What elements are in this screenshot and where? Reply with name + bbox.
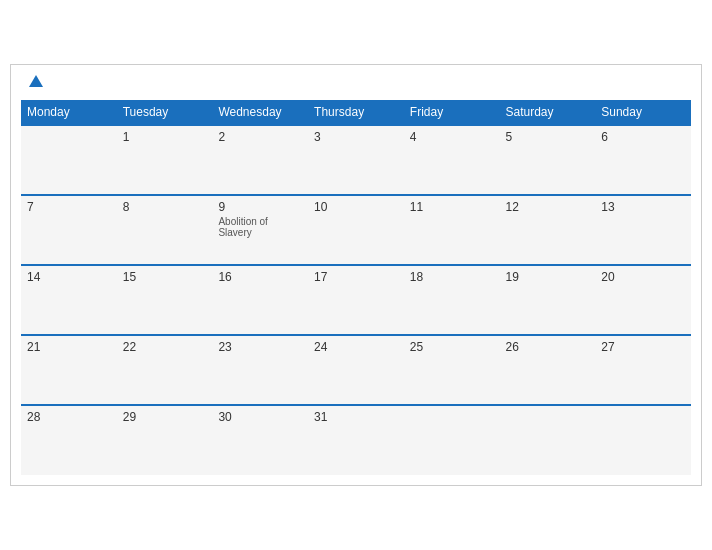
day-number: 21 <box>27 340 111 354</box>
day-number: 16 <box>218 270 302 284</box>
calendar-cell: 26 <box>500 335 596 405</box>
day-number: 25 <box>410 340 494 354</box>
calendar-cell: 17 <box>308 265 404 335</box>
calendar-cell: 16 <box>212 265 308 335</box>
calendar-cell <box>500 405 596 475</box>
day-header-friday: Friday <box>404 100 500 125</box>
event-label: Abolition of Slavery <box>218 216 302 238</box>
day-number: 4 <box>410 130 494 144</box>
calendar-cell: 23 <box>212 335 308 405</box>
calendar-cell: 4 <box>404 125 500 195</box>
days-header-row: MondayTuesdayWednesdayThursdayFridaySatu… <box>21 100 691 125</box>
calendar-header <box>21 75 691 88</box>
week-row-5: 28293031 <box>21 405 691 475</box>
day-number: 13 <box>601 200 685 214</box>
calendar-cell: 8 <box>117 195 213 265</box>
calendar-cell: 7 <box>21 195 117 265</box>
day-header-wednesday: Wednesday <box>212 100 308 125</box>
week-row-1: 123456 <box>21 125 691 195</box>
day-number: 19 <box>506 270 590 284</box>
day-number: 7 <box>27 200 111 214</box>
calendar-cell: 13 <box>595 195 691 265</box>
calendar-cell: 27 <box>595 335 691 405</box>
calendar-cell: 12 <box>500 195 596 265</box>
calendar-cell: 15 <box>117 265 213 335</box>
week-row-4: 21222324252627 <box>21 335 691 405</box>
day-number: 27 <box>601 340 685 354</box>
calendar-cell: 20 <box>595 265 691 335</box>
calendar-cell: 24 <box>308 335 404 405</box>
day-number: 26 <box>506 340 590 354</box>
day-header-thursday: Thursday <box>308 100 404 125</box>
calendar-cell: 21 <box>21 335 117 405</box>
calendar-cell <box>404 405 500 475</box>
logo-triangle-icon <box>29 75 43 87</box>
day-number: 23 <box>218 340 302 354</box>
day-number: 15 <box>123 270 207 284</box>
calendar-cell: 14 <box>21 265 117 335</box>
calendar-cell: 30 <box>212 405 308 475</box>
calendar-cell: 1 <box>117 125 213 195</box>
calendar-cell: 3 <box>308 125 404 195</box>
day-number: 20 <box>601 270 685 284</box>
logo <box>25 75 43 88</box>
day-number: 17 <box>314 270 398 284</box>
day-number: 8 <box>123 200 207 214</box>
calendar-cell: 9Abolition of Slavery <box>212 195 308 265</box>
day-header-sunday: Sunday <box>595 100 691 125</box>
calendar-cell: 22 <box>117 335 213 405</box>
day-header-saturday: Saturday <box>500 100 596 125</box>
calendar-cell: 25 <box>404 335 500 405</box>
calendar-grid: MondayTuesdayWednesdayThursdayFridaySatu… <box>21 100 691 475</box>
calendar-cell <box>21 125 117 195</box>
calendar-cell: 5 <box>500 125 596 195</box>
day-number: 3 <box>314 130 398 144</box>
day-header-tuesday: Tuesday <box>117 100 213 125</box>
calendar-cell: 2 <box>212 125 308 195</box>
day-number: 2 <box>218 130 302 144</box>
calendar-cell: 19 <box>500 265 596 335</box>
calendar-cell: 31 <box>308 405 404 475</box>
day-number: 5 <box>506 130 590 144</box>
day-header-monday: Monday <box>21 100 117 125</box>
day-number: 1 <box>123 130 207 144</box>
week-row-3: 14151617181920 <box>21 265 691 335</box>
day-number: 30 <box>218 410 302 424</box>
day-number: 9 <box>218 200 302 214</box>
day-number: 18 <box>410 270 494 284</box>
logo-blue-text <box>25 75 43 88</box>
day-number: 10 <box>314 200 398 214</box>
day-number: 22 <box>123 340 207 354</box>
day-number: 14 <box>27 270 111 284</box>
week-row-2: 789Abolition of Slavery10111213 <box>21 195 691 265</box>
calendar-cell <box>595 405 691 475</box>
calendar-cell: 28 <box>21 405 117 475</box>
day-number: 31 <box>314 410 398 424</box>
day-number: 24 <box>314 340 398 354</box>
calendar-cell: 11 <box>404 195 500 265</box>
day-number: 29 <box>123 410 207 424</box>
day-number: 11 <box>410 200 494 214</box>
calendar-cell: 10 <box>308 195 404 265</box>
calendar-cell: 29 <box>117 405 213 475</box>
day-number: 28 <box>27 410 111 424</box>
calendar-cell: 18 <box>404 265 500 335</box>
day-number: 6 <box>601 130 685 144</box>
calendar-cell: 6 <box>595 125 691 195</box>
calendar-container: MondayTuesdayWednesdayThursdayFridaySatu… <box>10 64 702 486</box>
day-number: 12 <box>506 200 590 214</box>
